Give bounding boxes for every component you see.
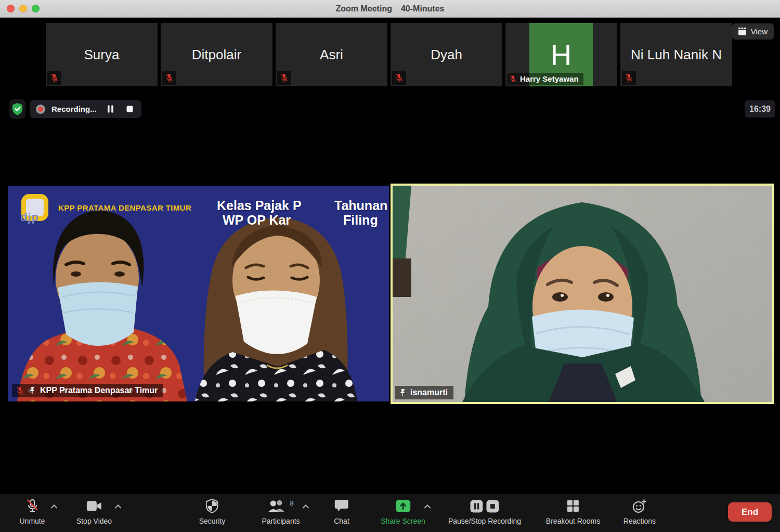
session-length-label: 40-Minutes (401, 4, 445, 13)
view-button-label: View (751, 27, 768, 36)
participants-count: 8 (290, 499, 293, 507)
end-meeting-button[interactable]: End (728, 502, 772, 522)
participant-name: Surya (46, 23, 158, 86)
meeting-info-shield-button[interactable] (9, 99, 25, 119)
muted-mic-icon (622, 71, 636, 85)
breakout-rooms-label: Breakout Rooms (546, 517, 600, 525)
traffic-lights (7, 0, 40, 17)
headline-fragment: Filing (343, 213, 378, 228)
participant-tile-surya[interactable]: Surya (46, 23, 158, 86)
gallery-view-icon (738, 28, 747, 35)
headline-fragment: Kelas Pajak P (217, 198, 302, 213)
reactions-label: Reactions (623, 517, 656, 525)
participants-label: Participants (262, 517, 300, 525)
participant-name: Harry Setyawan (520, 74, 579, 83)
djp-logo-text: djp (20, 211, 39, 224)
pause-stop-recording-button[interactable]: Pause/Stop Recording (448, 498, 521, 525)
security-button[interactable]: Security (199, 498, 226, 525)
headline-fragment: WP OP Kar (223, 213, 291, 228)
video-name-label: isnamurti (410, 388, 448, 397)
meeting-time: 16:39 (745, 100, 775, 118)
participant-strip: Surya Ditpolair Asri Dyah H Harry Setyaw… (46, 23, 732, 86)
app-title: Zoom Meeting (335, 4, 392, 13)
pause-stop-recording-label: Pause/Stop Recording (448, 517, 521, 525)
window-title: Zoom Meeting40-Minutes (335, 4, 444, 14)
video-name-tag: KPP Pratama Denpasar Timur (12, 384, 163, 397)
muted-mic-icon (47, 71, 61, 85)
reactions-button[interactable]: Reactions (623, 498, 656, 525)
video-name-label: KPP Pratama Denpasar Timur (40, 386, 158, 395)
recording-indicator: Recording... (30, 100, 141, 118)
participant-tile-dyah[interactable]: Dyah (391, 23, 502, 86)
mic-muted-icon (25, 499, 39, 513)
close-button[interactable] (7, 5, 15, 12)
chat-label: Chat (334, 517, 349, 525)
kpp-brand-text: KPP PRATAMA DENPASAR TIMUR (58, 203, 191, 212)
muted-mic-icon (277, 71, 291, 85)
reactions-smiley-icon (632, 499, 647, 513)
muted-mic-icon (509, 75, 517, 83)
participant-name: Ni Luh Nanik N (620, 23, 732, 86)
camera-icon (86, 500, 102, 512)
participant-name: Dyah (391, 23, 502, 86)
muted-mic-icon (162, 71, 176, 85)
avatar-initial: H (551, 38, 571, 72)
titlebar: Zoom Meeting40-Minutes (0, 0, 780, 18)
security-shield-icon (12, 102, 23, 115)
share-screen-icon (395, 499, 411, 513)
toolbar: Unmute Stop Video Security (0, 494, 780, 532)
stop-video-button[interactable]: Stop Video (76, 498, 112, 525)
participant-name-label: Harry Setyawan (507, 73, 583, 85)
video-tile-kpp-pratama[interactable]: djp KPP PRATAMA DENPASAR TIMUR Kelas Paj… (8, 186, 389, 401)
pause-recording-icon (470, 500, 483, 513)
breakout-rooms-icon (566, 499, 580, 513)
video-name-tag: isnamurti (395, 386, 453, 399)
participant-tile-asri[interactable]: Asri (276, 23, 387, 86)
participants-button[interactable]: 8 Participants (262, 498, 300, 525)
participant-name: Ditpolair (161, 23, 272, 86)
recording-dot-icon (36, 105, 45, 114)
stop-video-label: Stop Video (76, 517, 112, 525)
participant-tile-ni-luh-nanik[interactable]: Ni Luh Nanik N (620, 23, 732, 86)
right-video-scene (393, 186, 772, 402)
participant-name: Asri (276, 23, 387, 86)
muted-mic-icon (16, 386, 24, 395)
pin-icon (399, 388, 406, 397)
chevron-up-icon[interactable] (424, 504, 431, 509)
fullscreen-button[interactable] (32, 5, 40, 12)
pin-icon (29, 386, 36, 395)
chat-bubble-icon (334, 499, 348, 513)
stop-icon (126, 106, 133, 112)
participants-icon (268, 499, 285, 513)
security-shield-icon (206, 499, 218, 513)
participant-tile-ditpolair[interactable]: Ditpolair (161, 23, 272, 86)
minimize-button[interactable] (19, 5, 27, 12)
chevron-up-icon[interactable] (50, 504, 58, 509)
participant-tile-harry-setyawan[interactable]: H Harry Setyawan (505, 23, 617, 86)
unmute-button[interactable]: Unmute (19, 498, 45, 525)
chevron-up-icon[interactable] (114, 504, 122, 509)
headline-fragment: Tahunan (334, 198, 387, 213)
left-video-scene (8, 186, 389, 401)
security-label: Security (199, 517, 226, 525)
recording-label: Recording... (51, 105, 97, 113)
stop-recording-button[interactable] (126, 106, 133, 112)
chat-button[interactable]: Chat (334, 498, 349, 525)
pause-icon (107, 105, 114, 113)
view-button[interactable]: View (732, 23, 774, 40)
zoom-meeting-window: Zoom Meeting40-Minutes Surya Ditpolair A… (0, 0, 780, 532)
breakout-rooms-button[interactable]: Breakout Rooms (546, 498, 600, 525)
share-screen-button[interactable]: Share Screen (381, 498, 425, 525)
unmute-label: Unmute (19, 517, 45, 525)
muted-mic-icon (392, 71, 406, 85)
pause-recording-button[interactable] (107, 105, 114, 113)
share-screen-label: Share Screen (381, 517, 425, 525)
stop-recording-icon (486, 500, 499, 513)
video-tile-isnamurti[interactable]: isnamurti (391, 184, 774, 404)
chevron-up-icon[interactable] (302, 504, 309, 509)
